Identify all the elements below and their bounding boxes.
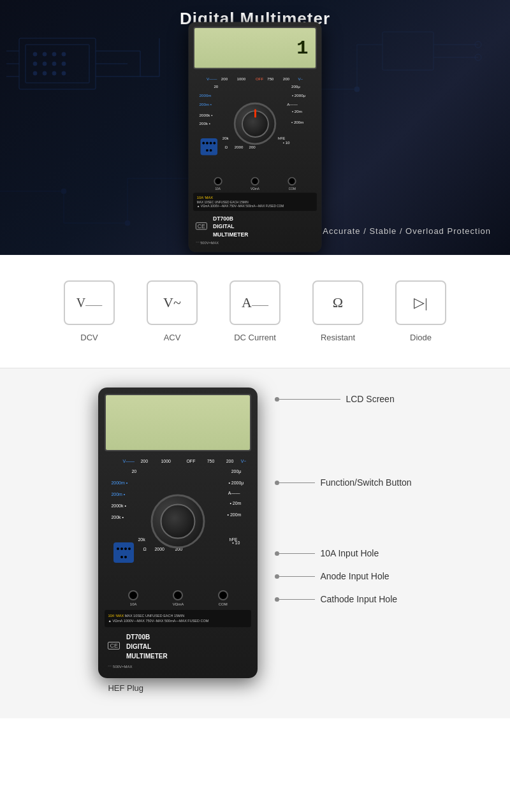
- socket-hole-1: [202, 142, 205, 145]
- diag-socket-h2: [120, 547, 123, 550]
- cathode-connector-line: [277, 599, 315, 600]
- svg-point-8: [52, 62, 56, 66]
- diagram-dial-inner: [161, 504, 196, 539]
- diag-socket-h4: [128, 547, 131, 550]
- warning-text: 10A⁻MAX MAX 10SEC UNFUSED EACH 15MIN ▲ V…: [197, 195, 313, 208]
- cathode-connector-dot: [275, 597, 279, 602]
- svg-point-13: [62, 71, 66, 75]
- r200m: 200m •: [200, 102, 212, 106]
- svg-point-2: [33, 52, 37, 56]
- feature-dcv: V—— DCV: [64, 280, 115, 342]
- model-label: DT700B DIGITAL MULTIMETER: [210, 215, 251, 238]
- type-line1: DIGITAL: [213, 224, 235, 230]
- diag-2000u: • 2000μ: [228, 481, 244, 485]
- r2000m: 2000m: [200, 94, 212, 98]
- diag-hfe: hFE: [229, 537, 238, 542]
- feature-acv: V~ ACV: [147, 280, 198, 342]
- diag-omega: Ω: [143, 547, 146, 551]
- r10: • 10: [283, 141, 290, 145]
- diag-type2: MULTIMETER: [126, 653, 168, 660]
- r200-bottom: 200: [249, 145, 256, 149]
- 10a-label-text: 10A Input Hole: [320, 548, 379, 558]
- svg-point-9: [62, 62, 66, 66]
- diode-icon: ▷|: [414, 294, 427, 311]
- socket-hole-4: [213, 142, 215, 145]
- model-section: CE DT700B DIGITAL MULTIMETER: [193, 211, 317, 240]
- resistant-label-text: Resistant: [321, 333, 355, 342]
- lcd-connector-dot: [275, 397, 279, 402]
- transistor-socket: [201, 138, 218, 156]
- anode-socket: [251, 177, 259, 185]
- 10a-socket: [214, 177, 222, 185]
- cathode-hole: COM: [288, 177, 296, 191]
- diag-200r: 200: [226, 459, 234, 463]
- diag-200m2: • 200m: [228, 512, 242, 517]
- hero-section: Digital Multimeter 1 V—— 200 1000 OFF 75…: [0, 0, 510, 255]
- diag-200m: 200m •: [111, 492, 125, 497]
- lcd-label-text: LCD Screen: [346, 394, 394, 404]
- diag-200u: 200μ: [231, 469, 242, 474]
- diag-20m: • 20m: [229, 501, 241, 505]
- anode-hole: VΩmA: [251, 177, 259, 191]
- acv-icon-box: V~: [147, 280, 198, 325]
- r20m: • 20m: [292, 109, 302, 113]
- socket-hole-2: [206, 142, 208, 145]
- off-label: OFF: [256, 76, 263, 81]
- cathode-socket: [288, 177, 296, 185]
- a-dc: A——: [287, 102, 297, 106]
- diode-icon-box: ▷|: [395, 280, 446, 325]
- diag-10a-label: 10A: [130, 602, 137, 606]
- switch-label-row: Function/Switch Button: [277, 477, 411, 488]
- diag-anode-label: VΩmA: [173, 602, 184, 606]
- svg-point-10: [33, 71, 37, 75]
- bottom-voltage: ⁻⁻ 500V=MAX: [193, 241, 317, 247]
- cathode-label: COM: [289, 187, 296, 191]
- feature-dc-current: A—— DC Current: [229, 280, 280, 342]
- diag-2000k: 2000k •: [111, 504, 126, 508]
- r200-right: 200: [283, 76, 289, 81]
- hef-plug-label: HEF Plug: [98, 683, 258, 693]
- socket-hole-6: [210, 149, 212, 152]
- diag-a: A——: [228, 491, 240, 495]
- diag-transistor-socket: [113, 542, 134, 563]
- diag-cathode-hole: COM: [218, 590, 228, 606]
- feature-resistant: Ω Resistant: [312, 280, 363, 342]
- lcd-connector-line: [277, 399, 340, 400]
- diag-bottom-v: ⁻⁻ 500V=MAX: [105, 664, 251, 672]
- diag-socket-h6: [124, 556, 127, 558]
- diag-200k: 200k •: [111, 515, 124, 519]
- r20: 20: [214, 84, 218, 89]
- warning-section: 10A⁻MAX MAX 10SEC UNFUSED EACH 15MIN ▲ V…: [193, 192, 317, 211]
- diag-input-holes: 10A VΩmA COM: [105, 590, 251, 606]
- anode-label-row: Anode Input Hole: [277, 571, 411, 581]
- diag-socket-h5: [120, 556, 123, 558]
- 10a-connector-dot: [275, 551, 279, 556]
- multimeter-lcd: 1: [193, 27, 317, 69]
- diode-label-text: Diode: [410, 333, 432, 342]
- multimeter-body: 1 V—— 200 1000 OFF 750 200 V~ 20 200μ 20…: [189, 22, 322, 252]
- diag-20: 20: [131, 469, 136, 474]
- diagram-multimeter-wrap: V—— 200 1000 OFF 750 200 V~ 20 200μ 2000…: [98, 388, 258, 693]
- acv-label: V~: [298, 76, 303, 81]
- diag-socket-h3: [124, 547, 127, 550]
- lcd-label-row: LCD Screen: [277, 394, 411, 404]
- diag-10a-socket: [128, 590, 138, 600]
- type-line2: MULTIMETER: [213, 231, 248, 238]
- feature-diode: ▷| Diode: [395, 280, 446, 342]
- 10a-label: 10A: [215, 187, 220, 191]
- r1000: 1000: [237, 76, 246, 81]
- dial-knob[interactable]: [234, 103, 277, 145]
- diag-ce-mark: CE: [108, 642, 120, 649]
- diag-anode-socket: [173, 590, 183, 600]
- 10a-hole: 10A: [214, 177, 222, 191]
- dcv-label: V——: [207, 76, 217, 81]
- diagram-labels-column: LCD Screen Function/Switch Button 10A In…: [277, 388, 411, 604]
- svg-point-36: [61, 189, 66, 194]
- diagram-dial-knob[interactable]: [151, 495, 205, 549]
- dial-area: V—— 200 1000 OFF 750 200 V~ 20 200μ 2000…: [193, 75, 317, 172]
- r20k: 20k: [222, 136, 229, 140]
- dial-indicator: [254, 109, 256, 117]
- diag-750: 750: [207, 459, 215, 463]
- diag-model-label: DT700B DIGITAL MULTIMETER: [124, 632, 170, 661]
- cathode-label-row: Cathode Input Hole: [277, 594, 411, 604]
